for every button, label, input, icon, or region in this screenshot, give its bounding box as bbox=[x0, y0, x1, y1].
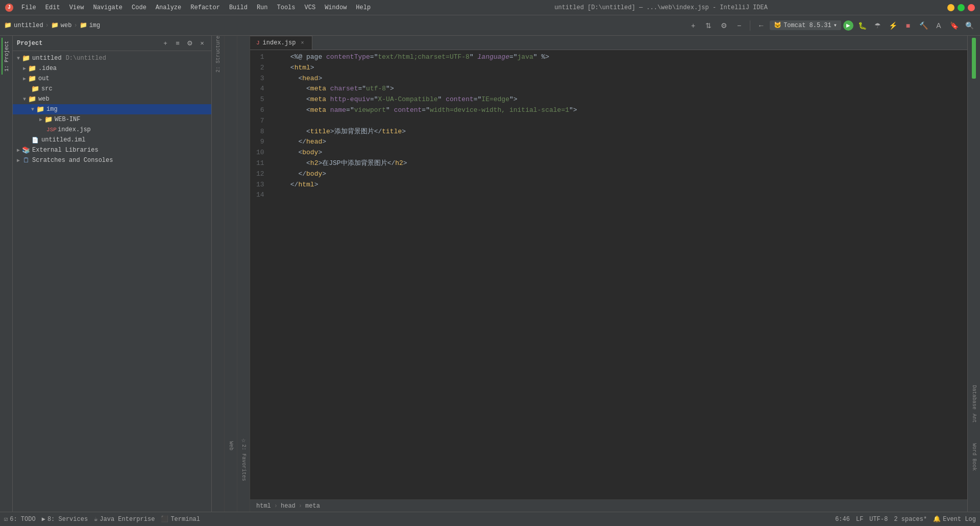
menu-item-window[interactable]: Window bbox=[321, 3, 351, 13]
run-button[interactable]: ▶ bbox=[843, 20, 853, 31]
stop-button[interactable]: ■ bbox=[901, 19, 915, 32]
menu-item-vcs[interactable]: VCS bbox=[301, 3, 320, 13]
favorites-tab[interactable]: 2: Favorites bbox=[241, 444, 247, 481]
breadcrumb-untitled[interactable]: 📁 bbox=[4, 21, 12, 29]
breadcrumb: 📁 untitled › 📁 web › 📁 img bbox=[4, 21, 100, 29]
menu-item-edit[interactable]: Edit bbox=[41, 3, 64, 13]
menu-item-tools[interactable]: Tools bbox=[273, 3, 300, 13]
tree-item-img[interactable]: ▼ 📁 img bbox=[13, 104, 211, 114]
panel-close[interactable]: × bbox=[197, 38, 207, 49]
menu-item-file[interactable]: File bbox=[17, 3, 40, 13]
code-content[interactable]: <%@ page contentType="text/html;charset=… bbox=[271, 50, 967, 499]
main-area: 1: Project Project + ≡ ⚙ × ▼ 📁 untitled … bbox=[0, 36, 980, 512]
window-controls bbox=[947, 4, 975, 11]
tree-item-idea[interactable]: ▶ 📁 .idea bbox=[13, 63, 211, 74]
cursor-position[interactable]: 6:46 bbox=[835, 516, 850, 523]
breadcrumb-folder-web[interactable]: 📁 bbox=[51, 21, 59, 29]
bc-html[interactable]: html bbox=[256, 503, 271, 510]
tree-item-iml[interactable]: 📄 untitled.iml bbox=[13, 135, 211, 145]
arrow-down-web-icon: ▼ bbox=[23, 97, 26, 102]
code-line-10: <body> bbox=[275, 148, 967, 158]
tree-item-indexjsp[interactable]: JSP index.jsp bbox=[13, 125, 211, 135]
tree-item-extlibs[interactable]: ▶ 📚 External Libraries bbox=[13, 145, 211, 155]
database-tab[interactable]: Database bbox=[971, 385, 977, 414]
close-button[interactable] bbox=[968, 4, 975, 11]
arrow-right-scratches-icon: ▶ bbox=[17, 157, 20, 163]
project-tab[interactable]: 1: Project bbox=[2, 38, 11, 75]
services-status[interactable]: ▶ 8: Services bbox=[42, 515, 88, 523]
bc-meta[interactable]: meta bbox=[305, 503, 320, 510]
java-enterprise-status[interactable]: ☕ Java Enterprise bbox=[94, 515, 155, 523]
breadcrumb-img[interactable]: img bbox=[89, 22, 101, 29]
code-editor[interactable]: 1 2 3 4 5 6 7 8 9 10 11 12 13 14 <%@ pag… bbox=[250, 50, 967, 499]
menu-item-navigate[interactable]: Navigate bbox=[89, 3, 127, 13]
panel-settings[interactable]: ⚙ bbox=[185, 38, 195, 49]
menu-bar: FileEditViewNavigateCodeAnalyzeRefactorB… bbox=[17, 3, 375, 13]
structure-tab[interactable]: 2: Structure bbox=[215, 36, 221, 77]
tree-item-web[interactable]: ▼ 📁 web bbox=[13, 94, 211, 104]
event-log-status[interactable]: 🔔 Event Log bbox=[933, 515, 976, 523]
tree-item-out[interactable]: ▶ 📁 out bbox=[13, 74, 211, 84]
search-everywhere[interactable]: 🔍 bbox=[963, 19, 976, 32]
settings-button[interactable]: ⚙ bbox=[717, 19, 730, 32]
breadcrumb-web[interactable]: web bbox=[61, 22, 72, 29]
panel-filter[interactable]: ≡ bbox=[173, 38, 183, 49]
build-button[interactable]: 🔨 bbox=[917, 19, 930, 32]
menu-item-run[interactable]: Run bbox=[253, 3, 272, 13]
back-button[interactable]: ← bbox=[754, 19, 768, 32]
menu-item-help[interactable]: Help bbox=[352, 3, 375, 13]
tree-label-out: out bbox=[38, 75, 50, 82]
panel-add[interactable]: + bbox=[160, 38, 170, 49]
menu-item-view[interactable]: View bbox=[65, 3, 88, 13]
panel-title: Project bbox=[17, 40, 42, 47]
ant-tab[interactable]: Ant bbox=[971, 414, 977, 443]
event-log-label: Event Log bbox=[943, 516, 976, 523]
menu-item-code[interactable]: Code bbox=[128, 3, 151, 13]
word-book-tab[interactable]: Word Book bbox=[971, 443, 977, 512]
menu-item-refactor[interactable]: Refactor bbox=[186, 3, 224, 13]
maximize-button[interactable] bbox=[958, 4, 965, 11]
tree-item-src[interactable]: 📁 src bbox=[13, 84, 211, 94]
breadcrumb-folder-img[interactable]: 📁 bbox=[80, 21, 87, 29]
debug-button[interactable]: 🐛 bbox=[855, 19, 869, 32]
code-line-7 bbox=[275, 116, 967, 127]
arrow-down-icon: ▼ bbox=[17, 56, 20, 61]
menu-item-build[interactable]: Build bbox=[225, 3, 252, 13]
web-tab[interactable]: Web bbox=[228, 441, 234, 450]
translate-button[interactable]: A bbox=[932, 19, 945, 32]
sync-button[interactable]: ⇅ bbox=[702, 19, 715, 32]
indent-status[interactable]: 2 spaces* bbox=[894, 516, 927, 523]
bookmark-button[interactable]: 🔖 bbox=[947, 19, 961, 32]
editor-area: J index.jsp × 1 2 3 4 5 6 7 8 9 10 11 12… bbox=[250, 36, 967, 512]
favorites-star-icon[interactable]: ☆ bbox=[239, 436, 248, 444]
coverage-button[interactable]: ☂ bbox=[871, 19, 884, 32]
run-configuration[interactable]: 🐱 Tomcat 8.5.31 ▾ bbox=[770, 20, 841, 30]
profile-button[interactable]: ⚡ bbox=[886, 19, 899, 32]
minimize-button[interactable] bbox=[947, 4, 954, 11]
toolbar: 📁 untitled › 📁 web › 📁 img + ⇅ ⚙ − ← 🐱 T… bbox=[0, 15, 980, 36]
collapse-button[interactable]: − bbox=[732, 19, 746, 32]
arrow-right-out-icon: ▶ bbox=[23, 76, 26, 82]
tab-indexjsp[interactable]: J index.jsp × bbox=[250, 36, 312, 50]
bc-head[interactable]: head bbox=[281, 503, 296, 510]
tree-label-indexjsp: index.jsp bbox=[58, 126, 91, 133]
icon-scratches: 🗒 bbox=[22, 156, 30, 164]
tree-item-webinf[interactable]: ▶ 📁 WEB-INF bbox=[13, 114, 211, 125]
breadcrumb-project-name[interactable]: untitled bbox=[14, 22, 43, 29]
tab-close-button[interactable]: × bbox=[299, 39, 306, 46]
code-line-1: <%@ page contentType="text/html;charset=… bbox=[275, 52, 967, 63]
tree-item-untitled[interactable]: ▼ 📁 untitled D:\untitled bbox=[13, 53, 211, 63]
project-panel: Project + ≡ ⚙ × ▼ 📁 untitled D:\untitled… bbox=[13, 36, 212, 512]
encoding-status[interactable]: UTF-8 bbox=[869, 516, 888, 523]
line-ending[interactable]: LF bbox=[856, 516, 863, 523]
tomcat-icon: 🐱 bbox=[774, 21, 781, 29]
java-enterprise-icon: ☕ bbox=[94, 515, 97, 523]
add-button[interactable]: + bbox=[687, 19, 700, 32]
menu-item-analyze[interactable]: Analyze bbox=[152, 3, 185, 13]
line-numbers: 1 2 3 4 5 6 7 8 9 10 11 12 13 14 bbox=[250, 50, 271, 499]
todo-status[interactable]: ☑ 6: TODO bbox=[4, 515, 36, 523]
right-sidebar: Database Ant Word Book bbox=[967, 36, 980, 512]
terminal-status[interactable]: ⬛ Terminal bbox=[161, 515, 200, 523]
scroll-indicator bbox=[972, 38, 976, 79]
tree-item-scratches[interactable]: ▶ 🗒 Scratches and Consoles bbox=[13, 155, 211, 165]
